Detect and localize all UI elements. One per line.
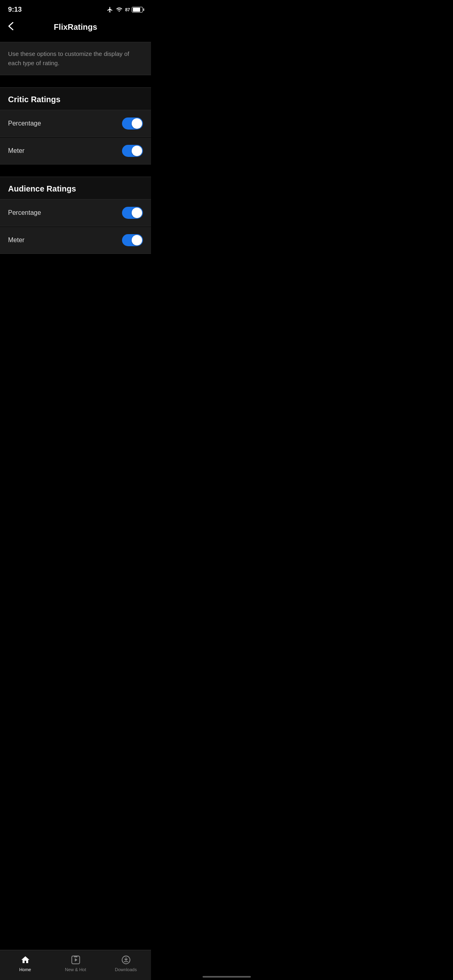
critic-meter-toggle[interactable]	[122, 145, 143, 157]
audience-percentage-row: Percentage	[0, 199, 151, 226]
critic-percentage-row: Percentage	[0, 110, 151, 137]
toggle-knob	[132, 235, 142, 245]
section-gap-2	[0, 165, 151, 177]
toggle-knob	[132, 118, 142, 129]
critic-ratings-title: Critic Ratings	[8, 95, 60, 104]
audience-percentage-toggle[interactable]	[122, 207, 143, 219]
airplane-icon	[107, 6, 113, 13]
wifi-icon	[116, 6, 123, 13]
audience-meter-label: Meter	[8, 237, 25, 244]
status-time: 9:13	[8, 6, 22, 14]
toggle-knob	[132, 146, 142, 156]
status-icons: 87	[107, 6, 143, 13]
critic-meter-label: Meter	[8, 147, 25, 154]
content-spacer	[0, 254, 151, 294]
battery-fill	[133, 8, 140, 12]
audience-percentage-label: Percentage	[8, 209, 41, 216]
critic-percentage-label: Percentage	[8, 120, 41, 127]
audience-ratings-header: Audience Ratings	[0, 177, 151, 199]
nav-header: FlixRatings	[0, 16, 151, 42]
back-button[interactable]	[8, 20, 17, 34]
description-section: Use these options to customize the displ…	[0, 42, 151, 75]
battery-indicator: 87	[125, 7, 143, 12]
page-title: FlixRatings	[54, 23, 97, 32]
status-bar: 9:13 87	[0, 0, 151, 16]
critic-percentage-toggle[interactable]	[122, 117, 143, 130]
section-gap-1	[0, 75, 151, 87]
battery-text: 87	[125, 7, 130, 12]
audience-meter-row: Meter	[0, 227, 151, 254]
audience-meter-toggle[interactable]	[122, 234, 143, 246]
description-text: Use these options to customize the displ…	[8, 49, 143, 68]
battery-container	[132, 7, 143, 12]
toggle-knob	[132, 208, 142, 218]
audience-ratings-title: Audience Ratings	[8, 184, 76, 193]
critic-meter-row: Meter	[0, 138, 151, 165]
critic-ratings-header: Critic Ratings	[0, 87, 151, 110]
